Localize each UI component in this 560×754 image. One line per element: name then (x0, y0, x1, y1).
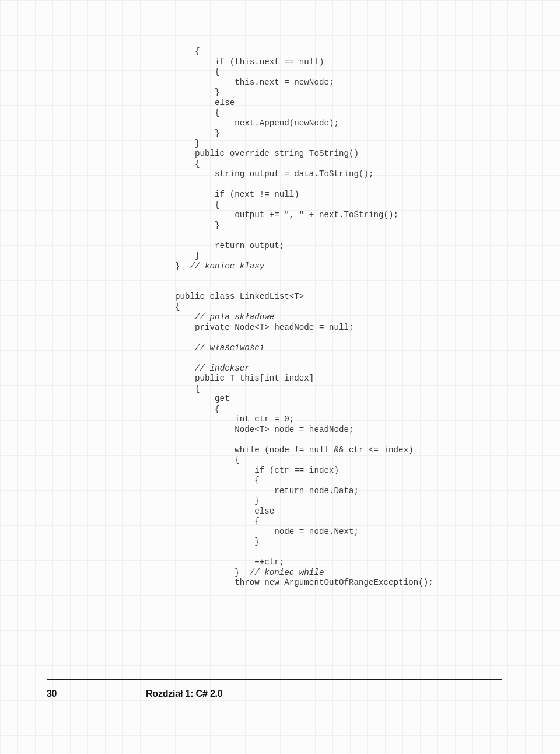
code-line: } (175, 568, 250, 577)
code-line: } (175, 251, 200, 260)
code-line: string output = data.ToString(); (175, 169, 374, 179)
code-line: if (this.next == null) (175, 57, 324, 67)
code-line: int ctr = 0; (175, 414, 294, 424)
code-line: { (175, 384, 200, 393)
code-comment: // koniec while (250, 568, 324, 577)
code-line: node = node.Next; (175, 527, 359, 536)
code-line: { (175, 67, 220, 76)
code-line: output += ", " + next.ToString(); (175, 210, 398, 219)
code-line: { (175, 159, 200, 169)
code-line: } (175, 139, 200, 148)
code-line: public T this[int index] (175, 373, 314, 383)
code-line: return output; (175, 241, 284, 250)
code-comment: // pola składowe (195, 312, 274, 322)
code-line: while (node != null && ctr <= index) (175, 445, 414, 455)
code-line: { (175, 476, 260, 485)
code-line: } (175, 261, 190, 271)
code-line: if (next != null) (175, 190, 299, 199)
code-line: throw new ArgumentOutOfRangeException(); (175, 578, 433, 587)
code-line: else (175, 98, 235, 107)
code-line: ++ctr; (175, 557, 284, 567)
code-comment: // właściwości (195, 343, 264, 352)
code-comment: // koniec klasy (190, 261, 265, 271)
code-line: private Node<T> headNode = null; (175, 323, 354, 332)
code-line: this.next = newNode; (175, 78, 334, 87)
code-line (175, 312, 195, 322)
code-line: { (175, 516, 260, 526)
code-line: public class LinkedList<T> (175, 292, 304, 301)
code-line: next.Append(newNode); (175, 118, 339, 128)
page-footer: 30 Rozdział 1: C# 2.0 (47, 679, 502, 699)
code-line: { (175, 455, 240, 465)
code-line: get (175, 394, 230, 403)
code-line: { (175, 404, 220, 414)
code-line: if (ctr == index) (175, 466, 339, 475)
code-line: public override string ToString() (175, 149, 359, 158)
code-line: { (175, 108, 220, 117)
code-listing: { if (this.next == null) { this.next = n… (175, 47, 525, 588)
code-line: } (175, 496, 260, 505)
code-comment: // indekser (195, 364, 250, 373)
code-line: { (175, 302, 180, 312)
code-line: } (175, 537, 260, 546)
code-line: } (175, 88, 220, 97)
code-line: } (175, 128, 220, 138)
code-line: { (175, 200, 220, 210)
code-line: Node<T> node = headNode; (175, 425, 354, 434)
code-line: } (175, 221, 220, 230)
code-line (175, 364, 195, 373)
code-line (175, 343, 195, 352)
code-line: return node.Data; (175, 486, 359, 495)
code-line: { (175, 47, 200, 56)
page-number: 30 (47, 689, 146, 699)
code-line: else (175, 507, 274, 516)
chapter-title: Rozdział 1: C# 2.0 (146, 689, 223, 699)
